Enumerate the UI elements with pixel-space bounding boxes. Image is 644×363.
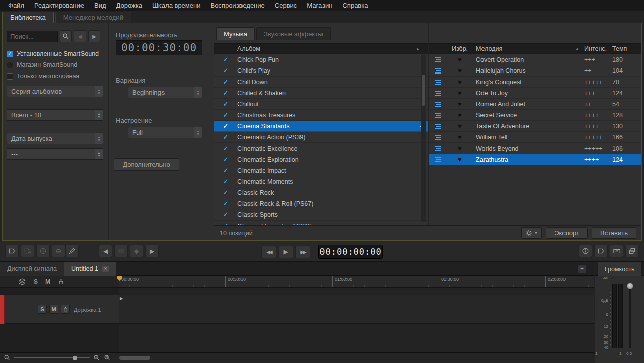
filter-checkbox[interactable]: ✓ Только многослойная	[7, 70, 107, 82]
dropdown-select[interactable]: Дата выпуска ▲▼	[7, 133, 103, 144]
snap-button[interactable]	[114, 245, 128, 257]
melody-row[interactable]: ♥ Hallelujah Chorus ++ 104	[429, 65, 641, 77]
track-lane[interactable]: ▶	[119, 295, 594, 324]
melody-row[interactable]: ♥ Zarathustra ++++ 124	[429, 154, 641, 165]
menu-item[interactable]: Сервис	[270, 0, 302, 11]
variation-select[interactable]: Beginnings ▲▼	[128, 87, 202, 98]
lock-icon[interactable]	[58, 278, 64, 285]
album-row[interactable]: ✓ Cinematic Exploration ◀	[214, 154, 428, 165]
zoom-out-icon[interactable]	[4, 354, 11, 361]
track-row[interactable]: – S M Дорожка 1 ▶	[0, 295, 594, 324]
favorite-heart-icon[interactable]: ♥	[449, 144, 471, 152]
volume-slider-knob[interactable]	[627, 283, 633, 289]
zoom-slider-thumb[interactable]	[73, 356, 77, 360]
fast-forward-button[interactable]: ▶▶	[295, 246, 310, 258]
play-button[interactable]: ▶	[278, 246, 293, 258]
search-button[interactable]	[60, 30, 72, 42]
search-input[interactable]	[7, 31, 58, 42]
zoom-fit-icon[interactable]	[104, 354, 111, 361]
album-row[interactable]: ✓ Cinematic Moments ◀	[214, 176, 428, 187]
album-row[interactable]: ✓ Classic Sports ◀	[214, 209, 428, 221]
horizontal-scrollbar-thumb[interactable]	[119, 356, 150, 360]
album-row[interactable]: ✓ Chilled & Shaken ◀	[214, 88, 428, 99]
more-button[interactable]: Дополнительно	[114, 158, 179, 171]
library-tab[interactable]: Библиотека	[2, 12, 54, 23]
dropdown-select[interactable]: --- ▲▼	[7, 148, 103, 160]
album-row[interactable]: ✓ Christmas Treasures ◀	[214, 110, 428, 121]
menu-item[interactable]: Справка	[337, 0, 373, 11]
collapse-icon[interactable]: –	[14, 305, 18, 313]
album-row[interactable]: ✓ Child's Play ◀	[214, 65, 428, 77]
album-row[interactable]: ✓ Classic Rock ◀	[214, 187, 428, 198]
album-scrollbar-thumb[interactable]	[422, 75, 425, 106]
album-row[interactable]: ✓ Cinematic Action (PS39) ◀	[214, 132, 428, 143]
catalog-tab[interactable]: Музыка	[216, 27, 255, 40]
playhead[interactable]	[119, 276, 119, 352]
favorite-heart-icon[interactable]: ♥	[449, 100, 471, 108]
album-row[interactable]: ✓ Classical Favorites (PS33) ◀	[214, 221, 428, 225]
favorite-heart-icon[interactable]: ♥	[449, 122, 471, 130]
popout-button[interactable]	[625, 245, 639, 257]
melody-table-header[interactable]: Избр. Мелодия ▲ Интенс. Темп	[429, 43, 641, 54]
favorite-heart-icon[interactable]: ♥	[449, 156, 471, 163]
marker-button[interactable]	[5, 245, 19, 257]
favorite-heart-icon[interactable]: ♥	[449, 56, 471, 63]
search-prev-button[interactable]: ◀	[74, 30, 86, 42]
melody-row[interactable]: ♥ Ode To Joy +++ 124	[429, 88, 641, 99]
info-button[interactable]	[579, 245, 592, 257]
melody-row[interactable]: ♥ Secret Service ++++ 128	[429, 110, 641, 121]
solo-button[interactable]: S	[38, 305, 47, 314]
timeline-ruler[interactable]: 00:00:0000:30:0001:00:0001:30:0002:00:00	[119, 276, 594, 288]
melody-row[interactable]: ♥ William Tell +++++ 166	[429, 132, 641, 143]
add-marker-button[interactable]	[21, 245, 34, 257]
album-list-header[interactable]: Альбом ▲	[214, 43, 428, 54]
album-row[interactable]: ✓ Cinema Standards ◀	[214, 121, 428, 132]
dropdown-select[interactable]: Серия альбомов ▲▼	[7, 86, 103, 97]
zoom-in-icon[interactable]	[93, 354, 100, 361]
album-row[interactable]: ✓ Cinematic Impact ◀	[214, 165, 428, 176]
favorite-heart-icon[interactable]: ♥	[449, 78, 471, 86]
duration-display[interactable]: 00:00:30:00	[116, 40, 202, 55]
add-tab-button[interactable]: +	[578, 265, 586, 273]
favorite-heart-icon[interactable]: ♥	[449, 111, 471, 119]
solo-column-icon[interactable]: S	[34, 278, 38, 285]
library-tab[interactable]: Менеджер мелодий	[55, 12, 131, 23]
menu-item[interactable]: Шкала времени	[147, 0, 206, 11]
melody-row[interactable]: ♥ Worlds Beyond +++++ 106	[429, 143, 641, 154]
editor-tab[interactable]: Дисплей сигнала ×	[0, 262, 64, 276]
prev-keyframe-button[interactable]: ◀	[99, 245, 112, 257]
menu-item[interactable]: Редактирование	[29, 0, 89, 11]
add-keyframe-button[interactable]: ◆	[130, 245, 143, 257]
editor-tab[interactable]: Untitled 1 ×	[64, 262, 116, 276]
insert-button[interactable]: Вставить	[592, 227, 636, 239]
album-row[interactable]: ✓ Cinematic Excellence ◀	[214, 143, 428, 154]
tag-button[interactable]	[594, 245, 608, 257]
timecode-display[interactable]: 00:00:00:00	[318, 245, 383, 259]
filter-checkbox[interactable]: ✓ Установленные SmartSound	[7, 48, 107, 59]
mute-column-icon[interactable]: M	[45, 278, 50, 285]
melody-row[interactable]: ♥ Covert Operation +++ 180	[429, 54, 641, 65]
track-header[interactable]: – S M Дорожка 1	[5, 295, 119, 324]
menu-item[interactable]: Файл	[3, 0, 29, 11]
melody-row[interactable]: ♥ Taste Of Adventure ++++ 130	[429, 121, 641, 132]
favorite-heart-icon[interactable]: ♥	[449, 89, 471, 97]
keyboard-button[interactable]	[610, 245, 623, 257]
zoom-slider[interactable]	[14, 354, 90, 361]
melody-row[interactable]: ♥ Romeo And Juliet ++ 54	[429, 99, 641, 110]
export-button[interactable]: Экспорт	[546, 227, 588, 239]
mute-button[interactable]: M	[49, 305, 58, 314]
menu-item[interactable]: Воспроизведение	[205, 0, 269, 11]
menu-item[interactable]: Дорожка	[111, 0, 147, 11]
melody-row[interactable]: ♥ King's Conquest +++++ 70	[429, 77, 641, 88]
mood-select[interactable]: Full ▲▼	[128, 127, 202, 138]
volume-tab[interactable]: Громкость	[598, 262, 642, 276]
clock-button[interactable]	[36, 245, 50, 257]
album-scrollbar[interactable]	[421, 54, 426, 222]
settings-dropdown-button[interactable]: ▼	[521, 227, 542, 239]
next-keyframe-button[interactable]: ▶	[145, 245, 159, 257]
rewind-button[interactable]: ◀◀	[261, 246, 276, 258]
favorite-heart-icon[interactable]: ♥	[449, 67, 471, 75]
edit-button[interactable]	[65, 245, 79, 257]
album-row[interactable]: ✓ Chillout ◀	[214, 99, 428, 110]
filter-checkbox[interactable]: ✓ Магазин SmartSound	[7, 59, 107, 70]
